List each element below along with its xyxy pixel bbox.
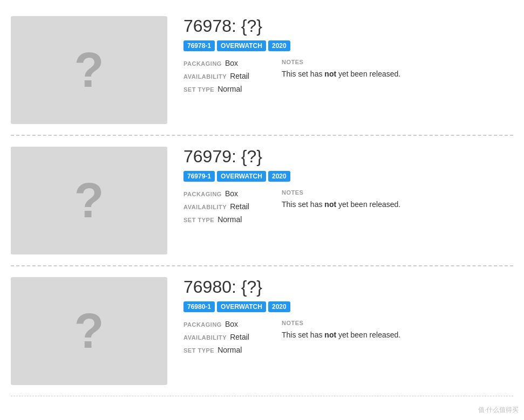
packaging-value: Box	[225, 320, 238, 328]
packaging-label: PACKAGING	[183, 60, 222, 67]
settype-value: Normal	[217, 346, 242, 354]
availability-label: AVAILABILITY	[183, 73, 227, 80]
settype-row: SET TYPENormal	[183, 85, 249, 93]
notes-label: NOTES	[282, 59, 513, 65]
notes-label: NOTES	[282, 189, 513, 196]
set-row-1: ?76979: {?}76979-1OVERWATCH2020PACKAGING…	[11, 136, 513, 266]
settype-value: Normal	[217, 85, 242, 93]
set-info: 76978: {?}76978-1OVERWATCH2020PACKAGINGB…	[183, 16, 513, 98]
tag-num[interactable]: 76980-1	[183, 301, 215, 312]
set-image-placeholder[interactable]: ?	[11, 147, 167, 254]
availability-row: AVAILABILITYRetail	[183, 72, 249, 80]
notes-label: NOTES	[282, 320, 513, 326]
set-title[interactable]: 76980: {?}	[183, 277, 513, 297]
settype-row: SET TYPENormal	[183, 346, 249, 354]
settype-label: SET TYPE	[183, 347, 214, 354]
set-tags: 76979-1OVERWATCH2020	[183, 171, 513, 182]
tag-series[interactable]: OVERWATCH	[217, 301, 266, 312]
set-details: PACKAGINGBoxAVAILABILITYRetailSET TYPENo…	[183, 189, 249, 228]
set-info: 76980: {?}76980-1OVERWATCH2020PACKAGINGB…	[183, 277, 513, 359]
details-and-notes: PACKAGINGBoxAVAILABILITYRetailSET TYPENo…	[183, 59, 513, 98]
set-title[interactable]: 76978: {?}	[183, 16, 513, 36]
set-row-0: ?76978: {?}76978-1OVERWATCH2020PACKAGING…	[11, 5, 513, 136]
notes-section: NOTESThis set has not yet been released.	[282, 59, 513, 98]
settype-label: SET TYPE	[183, 217, 214, 223]
question-mark-icon: ?	[74, 46, 104, 94]
set-tags: 76980-1OVERWATCH2020	[183, 301, 513, 312]
settype-row: SET TYPENormal	[183, 215, 249, 224]
availability-value: Retail	[230, 72, 249, 80]
packaging-value: Box	[225, 189, 238, 198]
notes-text: This set has not yet been released.	[282, 199, 513, 210]
tag-series[interactable]: OVERWATCH	[217, 40, 266, 51]
set-details: PACKAGINGBoxAVAILABILITYRetailSET TYPENo…	[183, 320, 249, 359]
availability-row: AVAILABILITYRetail	[183, 202, 249, 211]
settype-value: Normal	[217, 215, 242, 224]
tag-year[interactable]: 2020	[268, 40, 290, 51]
availability-label: AVAILABILITY	[183, 334, 227, 341]
details-and-notes: PACKAGINGBoxAVAILABILITYRetailSET TYPENo…	[183, 189, 513, 228]
packaging-label: PACKAGING	[183, 191, 222, 197]
question-mark-icon: ?	[74, 176, 104, 225]
details-and-notes: PACKAGINGBoxAVAILABILITYRetailSET TYPENo…	[183, 320, 513, 359]
availability-row: AVAILABILITYRetail	[183, 333, 249, 341]
tag-series[interactable]: OVERWATCH	[217, 171, 266, 182]
notes-text: This set has not yet been released.	[282, 68, 513, 80]
settype-label: SET TYPE	[183, 86, 214, 93]
packaging-row: PACKAGINGBox	[183, 189, 249, 198]
tag-year[interactable]: 2020	[268, 171, 290, 182]
set-tags: 76978-1OVERWATCH2020	[183, 40, 513, 51]
packaging-row: PACKAGINGBox	[183, 59, 249, 67]
set-image-placeholder[interactable]: ?	[11, 277, 167, 385]
tag-year[interactable]: 2020	[268, 301, 290, 312]
set-details: PACKAGINGBoxAVAILABILITYRetailSET TYPENo…	[183, 59, 249, 98]
packaging-value: Box	[225, 59, 238, 67]
notes-section: NOTESThis set has not yet been released.	[282, 189, 513, 228]
set-title[interactable]: 76979: {?}	[183, 147, 513, 167]
availability-label: AVAILABILITY	[183, 204, 227, 210]
packaging-label: PACKAGING	[183, 321, 222, 328]
set-row-2: ?76980: {?}76980-1OVERWATCH2020PACKAGING…	[11, 266, 513, 396]
notes-section: NOTESThis set has not yet been released.	[282, 320, 513, 359]
availability-value: Retail	[230, 202, 249, 211]
tag-num[interactable]: 76979-1	[183, 171, 215, 182]
packaging-row: PACKAGINGBox	[183, 320, 249, 328]
question-mark-icon: ?	[74, 307, 104, 355]
tag-num[interactable]: 76978-1	[183, 40, 215, 51]
set-image-placeholder[interactable]: ?	[11, 16, 167, 124]
set-info: 76979: {?}76979-1OVERWATCH2020PACKAGINGB…	[183, 147, 513, 228]
notes-text: This set has not yet been released.	[282, 329, 513, 341]
main-container: ?76978: {?}76978-1OVERWATCH2020PACKAGING…	[0, 0, 524, 402]
availability-value: Retail	[230, 333, 249, 341]
